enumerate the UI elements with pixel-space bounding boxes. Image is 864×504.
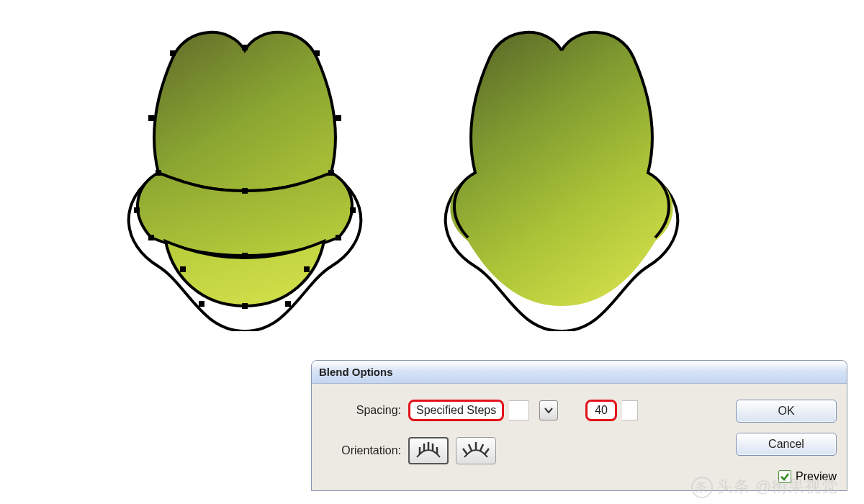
svg-rect-16 — [285, 301, 291, 307]
orient-align-path-icon — [460, 441, 492, 460]
spacing-value: 40 — [595, 404, 608, 417]
orientation-row: Orientation: — [322, 437, 714, 464]
svg-rect-8 — [134, 207, 140, 213]
preview-row: Preview — [778, 470, 837, 483]
checkmark-icon — [780, 472, 790, 482]
blend-options-dialog: Blend Options Spacing: Specified Steps 4… — [311, 360, 847, 491]
svg-line-26 — [480, 444, 483, 451]
artwork-left-selected[interactable] — [108, 22, 382, 333]
orientation-align-page-button[interactable] — [408, 437, 449, 464]
spacing-select-tail[interactable] — [509, 400, 529, 420]
ok-button[interactable]: OK — [736, 400, 837, 423]
spacing-select-highlight[interactable]: Specified Steps — [408, 400, 504, 421]
svg-rect-7 — [242, 188, 248, 194]
svg-rect-3 — [148, 115, 154, 121]
svg-rect-15 — [199, 301, 204, 307]
svg-line-27 — [485, 449, 489, 454]
spacing-dropdown-button[interactable] — [539, 400, 558, 420]
spacing-value-highlight[interactable]: 40 — [585, 400, 617, 421]
svg-rect-2 — [314, 50, 320, 56]
svg-rect-13 — [180, 266, 186, 272]
orientation-label: Orientation: — [322, 444, 401, 457]
svg-rect-10 — [148, 235, 154, 240]
dialog-titlebar[interactable]: Blend Options — [312, 361, 847, 384]
svg-rect-6 — [328, 170, 334, 176]
svg-rect-12 — [242, 253, 248, 258]
svg-rect-1 — [170, 50, 176, 56]
ok-button-label: OK — [778, 405, 794, 418]
svg-rect-0 — [242, 45, 248, 50]
svg-rect-17 — [242, 303, 248, 309]
svg-rect-9 — [350, 207, 356, 213]
preview-label: Preview — [796, 470, 837, 483]
svg-line-23 — [463, 449, 467, 454]
chevron-down-icon — [544, 408, 553, 413]
preview-checkbox[interactable] — [778, 470, 791, 483]
svg-rect-5 — [156, 170, 161, 176]
dialog-title: Blend Options — [319, 366, 393, 378]
orientation-align-path-button[interactable] — [456, 437, 496, 464]
svg-rect-4 — [336, 115, 341, 121]
orient-align-page-icon — [413, 441, 444, 460]
cancel-button-label: Cancel — [768, 438, 804, 451]
svg-rect-11 — [336, 235, 341, 240]
svg-line-24 — [469, 444, 472, 451]
svg-rect-14 — [304, 266, 310, 272]
cancel-button[interactable]: Cancel — [736, 433, 837, 456]
spacing-label: Spacing: — [322, 404, 401, 417]
artwork-right-blended[interactable] — [425, 22, 698, 333]
spacing-row: Spacing: Specified Steps 40 — [322, 400, 714, 421]
spacing-mode-value: Specified Steps — [416, 404, 496, 417]
path-top-lobe[interactable] — [154, 32, 336, 191]
spacing-value-tail[interactable] — [622, 400, 638, 420]
